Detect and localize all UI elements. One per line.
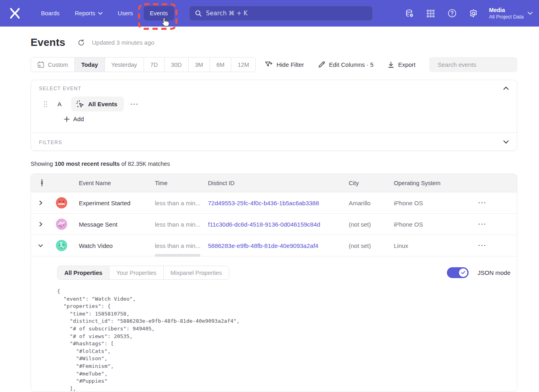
chevron-right-icon <box>38 200 43 205</box>
range-custom-button[interactable]: Custom <box>31 58 74 72</box>
event-selector-chip[interactable]: All Events <box>71 97 124 111</box>
drag-handle-icon[interactable] <box>43 101 48 108</box>
search-events-box[interactable] <box>429 57 517 72</box>
nav-item-boards[interactable]: Boards <box>36 6 64 21</box>
event-avatar <box>56 219 67 230</box>
event-name-cell: Message Sent <box>73 221 149 228</box>
navbar-right-cluster: Media All Project Data <box>405 0 533 27</box>
row-more-button[interactable]: ··· <box>478 221 487 227</box>
add-event-button[interactable]: Add <box>64 116 84 122</box>
json-line: "#Feminism", <box>57 363 240 370</box>
filters-label: FILTERS <box>39 140 62 145</box>
nav-item-users[interactable]: Users <box>113 6 138 21</box>
row-actions-cell: ··· <box>472 242 517 249</box>
global-search[interactable] <box>189 6 373 21</box>
json-line: "#lolCats", <box>57 348 240 355</box>
json-mode-toggle[interactable] <box>447 267 469 278</box>
json-line: "time": 1585810758, <box>57 310 240 318</box>
export-label: Export <box>398 61 416 68</box>
json-mode-label: JSON mode <box>477 269 510 276</box>
nav-item-reports-label: Reports <box>75 10 95 17</box>
refresh-button[interactable] <box>77 39 85 47</box>
json-line: "#hashtags": [ <box>57 340 240 348</box>
json-line: "# of subscribers": 949405, <box>57 325 240 333</box>
filter-funnel-icon <box>265 61 273 68</box>
nav-item-events[interactable]: Events <box>144 6 174 21</box>
search-icon <box>195 10 202 17</box>
horizontal-scrollbar[interactable] <box>155 254 200 257</box>
time-cell: less than a min... <box>149 242 202 249</box>
results-summary: Showing 100 most recent results of 82.35… <box>31 161 170 167</box>
chevron-down-icon[interactable] <box>503 139 509 145</box>
time-cell: less than a min... <box>149 221 202 228</box>
help-button[interactable] <box>447 8 457 18</box>
expand-row-button[interactable] <box>31 200 50 205</box>
collapse-expand-all-button[interactable]: ↓ ↑ <box>31 179 50 187</box>
hide-filter-button[interactable]: Hide Filter <box>265 61 304 68</box>
col-time: Time <box>149 180 202 186</box>
filters-section[interactable]: FILTERS <box>31 132 517 151</box>
properties-tabs: All Properties Your Properties Mixpanel … <box>57 266 229 280</box>
avatar-cell <box>50 219 73 230</box>
global-search-input[interactable] <box>206 10 367 17</box>
event-more-button[interactable]: ··· <box>131 101 139 107</box>
data-management-button[interactable] <box>405 8 414 18</box>
distinct-id-link[interactable]: f11c30d6-dc6d-4518-9136-0d046159c84d <box>208 221 320 228</box>
top-navbar: Boards Reports Users Events <box>0 0 539 27</box>
date-range-selector: Custom Today Yesterday 7D 30D 3M 6M 12M <box>31 57 256 72</box>
json-line: "distinct_id": "5886283e-e9fb-48fb-81de-… <box>57 318 240 325</box>
collapse-row-button[interactable] <box>31 243 50 248</box>
add-event-label: Add <box>73 116 84 122</box>
table-row-expanded[interactable]: Watch Video less than a min... 5886283e-… <box>31 235 517 256</box>
toolbar: Custom Today Yesterday 7D 30D 3M 6M 12M … <box>31 57 517 72</box>
hide-filter-label: Hide Filter <box>276 61 304 68</box>
chevron-right-icon <box>38 222 43 227</box>
download-icon <box>387 61 395 68</box>
calendar-icon <box>37 61 44 68</box>
last-updated-text: Updated 3 minutes ago <box>92 39 154 46</box>
os-cell: iPhone OS <box>387 200 472 206</box>
nav-item-reports[interactable]: Reports <box>70 6 107 21</box>
select-event-label: SELECT EVENT <box>39 86 81 91</box>
avatar-face-icon <box>56 219 67 230</box>
edit-columns-button[interactable]: Edit Columns · 5 <box>318 61 374 68</box>
export-button[interactable]: Export <box>387 61 416 68</box>
project-switcher[interactable]: Media All Project Data <box>489 6 533 20</box>
range-7d-button[interactable]: 7D <box>144 58 165 72</box>
apps-grid-button[interactable] <box>426 8 436 18</box>
event-row-letter: A <box>58 101 62 107</box>
city-cell: (not set) <box>342 221 387 228</box>
search-events-input[interactable] <box>438 61 518 68</box>
tab-your-properties[interactable]: Your Properties <box>109 266 163 279</box>
toggle-knob <box>459 268 467 277</box>
distinct-id-link[interactable]: 72d49553-25fc-4f0c-b436-1b5ac6ab3388 <box>208 200 319 206</box>
tab-all-properties[interactable]: All Properties <box>58 266 109 279</box>
range-3m-button[interactable]: 3M <box>188 58 210 72</box>
plus-icon <box>64 116 70 122</box>
mixpanel-logo[interactable] <box>9 7 21 19</box>
sparkle-cursor-icon <box>76 100 84 108</box>
row-actions-cell: ··· <box>472 199 517 206</box>
json-line: "# of views": 20535, <box>57 333 240 340</box>
event-query-row: A All Events ··· <box>31 97 139 111</box>
distinct-id-link[interactable]: 5886283e-e9fb-48fb-81de-40e9093a2af4 <box>208 242 318 249</box>
project-subtitle: All Project Data <box>489 14 524 20</box>
events-table: ↓ ↑ Event Name Time Distinct ID City Ope… <box>31 173 517 392</box>
row-more-button[interactable]: ··· <box>478 242 487 249</box>
event-avatar <box>56 197 67 208</box>
range-12m-button[interactable]: 12M <box>231 58 255 72</box>
event-name-cell: Experiment Started <box>73 200 149 206</box>
tab-mixpanel-properties[interactable]: Mixpanel Properties <box>163 266 229 279</box>
json-mode-control: JSON mode <box>447 267 510 278</box>
table-row[interactable]: Experiment Started less than a min... 72… <box>31 192 517 214</box>
chevron-up-icon[interactable] <box>503 85 509 91</box>
settings-button[interactable] <box>469 8 478 18</box>
row-more-button[interactable]: ··· <box>478 199 487 206</box>
range-yesterday-button[interactable]: Yesterday <box>105 58 144 72</box>
range-today-button[interactable]: Today <box>74 58 105 72</box>
range-30d-button[interactable]: 30D <box>164 58 188 72</box>
range-6m-button[interactable]: 6M <box>210 58 231 72</box>
distinct-id-cell: 72d49553-25fc-4f0c-b436-1b5ac6ab3388 <box>202 200 342 206</box>
table-row[interactable]: Message Sent less than a min... f11c30d6… <box>31 214 517 235</box>
expand-row-button[interactable] <box>31 222 50 227</box>
